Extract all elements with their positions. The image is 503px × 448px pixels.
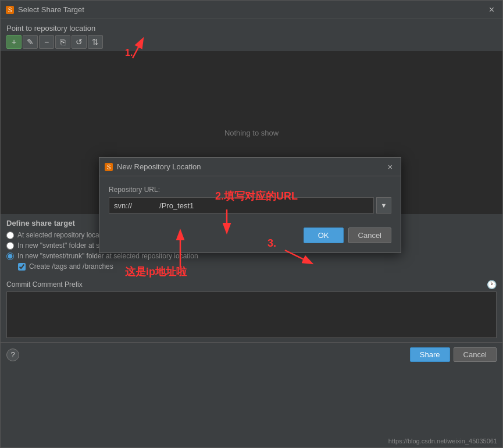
toolbar-section: Point to repository location + ✎ − ⎘ ↺ ⇅ [1,19,502,51]
commit-label: Commit Comment Prefix [6,280,83,289]
commit-label-row: Commit Comment Prefix 🕐 [6,280,497,289]
modal-cancel-button[interactable]: Cancel [348,227,391,243]
modal-icon: S [104,162,113,172]
svg-text:S: S [107,164,111,170]
modal-ok-button[interactable]: OK [304,227,344,243]
clock-icon: 🕐 [487,280,497,289]
checkbox-option: Create /tags and /branches [18,262,497,271]
refresh-repo-button[interactable]: ↺ [72,35,87,49]
toolbar-label: Point to repository location [6,24,497,33]
toolbar-buttons: + ✎ − ⎘ ↺ ⇅ [6,35,497,49]
radio-new-svntest-trunk[interactable] [6,253,14,260]
add-repo-button[interactable]: + [6,35,22,49]
cancel-button[interactable]: Cancel [454,347,497,362]
modal-footer: OK Cancel [99,223,401,253]
checkbox-create-tags-label: Create /tags and /branches [29,262,113,271]
window-title: Select Share Target [18,5,486,14]
bottom-right-buttons: Share Cancel [410,347,497,362]
url-dropdown-button[interactable]: ▼ [376,197,391,214]
modal-close-button[interactable]: × [384,161,396,173]
empty-message: Nothing to show [224,129,279,137]
radio-at-selected-label: At selected repository location [17,231,110,239]
edit-repo-button[interactable]: ✎ [23,35,38,49]
watermark: https://blog.csdn.net/weixin_45035061 [388,438,497,445]
radio-at-selected[interactable] [6,232,14,239]
radio-new-svntest[interactable] [6,242,14,250]
url-input-row: ▼ [109,197,391,214]
help-button[interactable]: ? [6,349,19,361]
modal-title: New Repository Location [117,162,384,171]
title-bar: S Select Share Target × [1,1,502,19]
share-button[interactable]: Share [410,347,450,362]
app-icon: S [5,5,15,15]
remove-repo-button[interactable]: − [39,35,54,49]
svg-text:S: S [8,7,12,13]
commit-section: Commit Comment Prefix 🕐 [1,278,502,342]
copy-repo-button[interactable]: ⎘ [55,35,70,49]
modal-title-bar: S New Repository Location × [99,158,401,176]
repo-url-label: Repository URL: [109,186,391,194]
radio-new-svntest-trunk-label: In new "svntest/trunk" folder at selecte… [17,252,198,260]
commit-textarea[interactable] [6,291,497,338]
radio-option-3: In new "svntest/trunk" folder at selecte… [6,252,497,260]
close-button[interactable]: × [486,3,498,16]
bottom-bar: ? Share Cancel [1,342,502,367]
repo-url-input[interactable] [109,197,374,214]
sort-repo-button[interactable]: ⇅ [88,35,103,49]
new-repo-dialog: S New Repository Location × Repository U… [99,157,401,253]
modal-body: Repository URL: ▼ [99,176,401,223]
checkbox-create-tags[interactable] [18,263,26,271]
